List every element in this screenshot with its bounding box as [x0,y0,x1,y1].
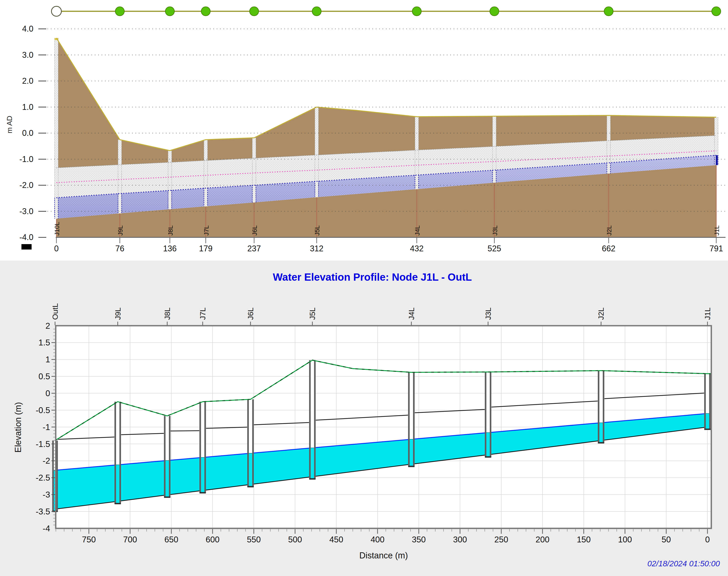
svg-text:450: 450 [329,535,343,544]
svg-text:J3L: J3L [484,308,493,320]
manhole-J5L [309,360,315,479]
svg-text:50: 50 [662,535,671,544]
svg-text:350: 350 [412,535,426,544]
svg-text:1.5: 1.5 [38,338,50,347]
manhole-J3L [485,372,491,457]
node-marker [115,7,124,16]
svg-text:-0.5: -0.5 [36,406,50,415]
svg-text:J4L: J4L [407,308,416,320]
node-marker [712,7,721,16]
svg-text:-2: -2 [43,456,50,465]
svg-text:100: 100 [618,535,632,544]
svg-text:J5L: J5L [308,308,317,320]
svg-text:700: 700 [123,535,137,544]
svg-text:-1.0: -1.0 [20,154,33,164]
node-marker [201,7,210,16]
svg-text:J2L: J2L [606,225,613,235]
svg-text:0: 0 [54,244,59,253]
svg-text:432: 432 [410,244,424,253]
svg-text:J9L: J9L [113,308,122,320]
svg-text:0: 0 [45,389,50,398]
svg-text:650: 650 [164,535,178,544]
timestamp: 02/18/2024 01:50:00 [647,559,720,568]
svg-text:550: 550 [247,535,261,544]
legend-swatch [22,244,32,250]
manhole-J2L [598,371,604,443]
svg-text:J10L: J10L [54,222,60,235]
svg-text:0: 0 [705,535,710,544]
svg-text:J6L: J6L [251,225,258,235]
svg-text:-4.0: -4.0 [20,233,33,242]
node-marker [490,7,499,16]
svg-text:J1L: J1L [703,308,712,320]
svg-text:J1L: J1L [713,225,720,235]
svg-text:0.0: 0.0 [22,128,33,138]
svg-text:791: 791 [709,244,723,253]
svg-text:237: 237 [247,244,261,253]
top-y-axis-title: m AD [5,116,14,133]
svg-text:1.0: 1.0 [22,103,33,112]
svg-text:500: 500 [288,535,302,544]
svg-text:-3: -3 [43,490,50,499]
manhole-J6L [247,399,254,487]
svg-text:525: 525 [488,244,501,253]
manhole-J4L [408,372,415,466]
svg-text:1: 1 [45,355,50,364]
svg-text:-2.0: -2.0 [20,180,33,190]
svg-text:2: 2 [45,321,50,330]
node-marker [412,7,421,16]
manhole-J9L [115,402,121,503]
svg-text:-1.5: -1.5 [36,439,50,449]
svg-text:J2L: J2L [597,308,606,320]
svg-text:J4L: J4L [414,225,421,235]
svg-text:750: 750 [82,535,96,544]
svg-text:150: 150 [577,535,591,544]
node-status-strip [52,6,721,16]
svg-text:4.0: 4.0 [22,24,33,33]
bottom-y-axis-title: Elevation (m) [13,402,23,453]
svg-text:OutL: OutL [51,303,59,320]
manhole-OutL [52,441,58,512]
manhole-J7L [199,402,206,493]
svg-text:250: 250 [494,535,508,544]
svg-text:312: 312 [310,244,324,253]
svg-text:-2.5: -2.5 [36,473,50,482]
svg-text:-3.5: -3.5 [36,507,50,516]
svg-text:136: 136 [163,244,177,253]
svg-text:J8L: J8L [167,225,174,235]
svg-text:-4: -4 [43,524,50,533]
svg-text:300: 300 [453,535,467,544]
profile-viewer-page: 4.03.02.01.00.0-1.0-2.0-3.0-4.0076136179… [0,0,728,576]
svg-text:662: 662 [602,244,615,253]
svg-text:-3.0: -3.0 [20,207,33,216]
svg-text:200: 200 [535,535,550,544]
svg-text:0.5: 0.5 [38,372,50,381]
svg-text:-1: -1 [43,423,50,432]
node-marker-open [52,6,61,16]
svg-text:J7L: J7L [203,225,210,235]
svg-text:J3L: J3L [492,225,499,235]
svg-text:76: 76 [115,244,124,253]
svg-text:J5L: J5L [314,225,321,235]
manhole-J1L [704,374,710,429]
svg-text:J7L: J7L [198,308,207,320]
bottom-x-axis-title: Distance (m) [359,551,408,560]
manhole-J8L [164,416,170,497]
svg-text:3.0: 3.0 [22,50,33,60]
chart-title: Water Elevation Profile: Node J1L - OutL [273,271,472,283]
top-chart [56,38,716,237]
svg-text:2.0: 2.0 [22,76,33,86]
svg-text:400: 400 [370,535,385,544]
svg-text:600: 600 [205,535,220,544]
node-marker [312,7,321,16]
svg-text:J6L: J6L [246,308,255,320]
node-marker [604,7,613,16]
node-marker [165,7,174,16]
svg-text:J8L: J8L [163,308,171,320]
profiles-scene: 4.03.02.01.00.0-1.0-2.0-3.0-4.0076136179… [0,0,728,576]
svg-text:J9L: J9L [117,225,124,235]
node-marker [250,7,259,16]
svg-text:179: 179 [199,244,213,253]
